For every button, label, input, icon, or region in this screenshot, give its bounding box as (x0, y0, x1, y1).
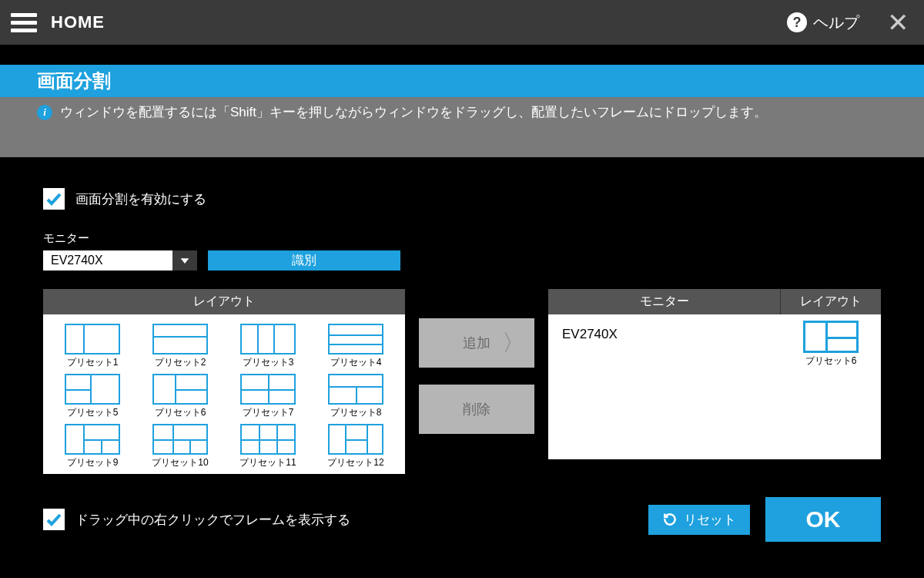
monitor-select[interactable]: EV2740X (43, 250, 197, 271)
info-icon: i (37, 105, 52, 120)
preset-7[interactable]: プリセット7 (225, 374, 311, 419)
preset-4[interactable]: プリセット4 (313, 324, 399, 369)
close-icon[interactable]: ✕ (882, 9, 913, 35)
ok-button[interactable]: OK (765, 497, 881, 542)
drag-rightclick-label: ドラッグ中の右クリックでフレームを表示する (75, 511, 350, 529)
help-icon: ? (787, 12, 807, 32)
preset-5[interactable]: プリセット5 (49, 374, 136, 419)
info-strip: i ウィンドウを配置するには「Shift」キーを押しながらウィンドウをドラッグし… (0, 97, 924, 157)
monitor-field-label: モニター (43, 231, 881, 246)
svg-marker-0 (181, 258, 189, 264)
add-button[interactable]: 追加 〉 (419, 318, 534, 368)
preset-11[interactable]: プリセット11 (225, 424, 311, 469)
refresh-icon (662, 512, 678, 527)
menu-icon[interactable] (11, 13, 37, 32)
info-text: ウィンドウを配置するには「Shift」キーを押しながらウィンドウをドラッグし、配… (60, 103, 767, 121)
assigned-layout-header: レイアウト (781, 289, 881, 314)
preset-grid: プリセット1 プリセット2 プリセット3 プリセット4 プリセット5 (43, 314, 405, 474)
preset-8[interactable]: プリセット8 (313, 374, 399, 419)
help-button[interactable]: ? ヘルプ (787, 12, 859, 33)
layout-header: レイアウト (43, 289, 405, 314)
delete-button[interactable]: 削除 (419, 385, 534, 434)
assigned-preset-label: プリセット6 (805, 355, 857, 368)
reset-button[interactable]: リセット (648, 505, 750, 535)
assigned-layout-cell[interactable]: プリセット6 (781, 314, 881, 459)
preset-2[interactable]: プリセット2 (137, 324, 223, 369)
chevron-right-icon: 〉 (502, 328, 525, 359)
monitor-select-value: EV2740X (43, 250, 172, 271)
drag-rightclick-checkbox[interactable] (43, 509, 65, 530)
identify-button[interactable]: 識別 (208, 250, 400, 271)
page-title: 画面分割 (0, 65, 924, 97)
preset-6[interactable]: プリセット6 (137, 374, 223, 419)
preset-12[interactable]: プリセット12 (313, 424, 399, 469)
home-label[interactable]: HOME (51, 12, 105, 32)
preset-1[interactable]: プリセット1 (49, 324, 136, 369)
preset-10[interactable]: プリセット10 (137, 424, 223, 469)
enable-label: 画面分割を有効にする (75, 190, 206, 208)
enable-checkbox[interactable] (43, 188, 65, 210)
chevron-down-icon[interactable] (172, 250, 197, 271)
preset-3[interactable]: プリセット3 (225, 324, 311, 369)
help-label: ヘルプ (813, 12, 859, 33)
assigned-monitor-header: モニター (548, 289, 781, 314)
preset-9[interactable]: プリセット9 (49, 424, 136, 469)
assigned-monitor-cell[interactable]: EV2740X (548, 314, 781, 459)
